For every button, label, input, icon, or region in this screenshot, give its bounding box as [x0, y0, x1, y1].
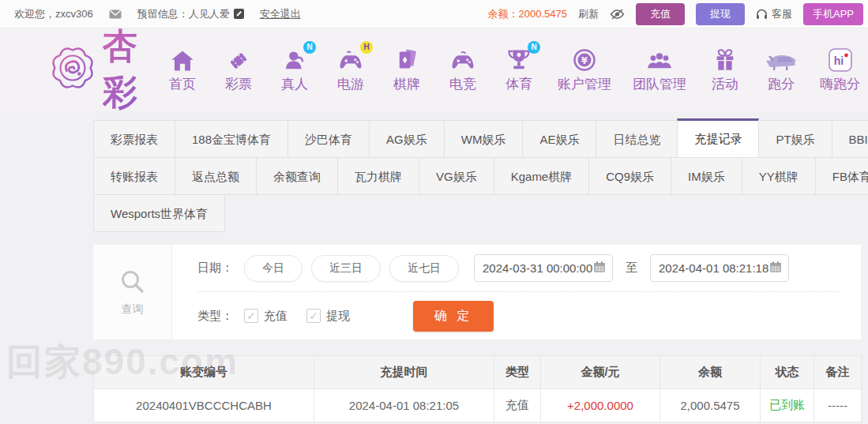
tab-row-2: 转账报表 返点总额 余额查询 瓦力棋牌 VG娱乐 Kgame棋牌 CQ9娱乐 I… [93, 157, 861, 195]
nav-item-esports[interactable]: 电竞 [445, 47, 480, 93]
logo-emblem-icon [49, 44, 96, 95]
recharge-button[interactable]: 充值 [636, 3, 685, 25]
mobile-app-button[interactable]: 手机APP [803, 3, 863, 25]
badge-n: N [303, 41, 316, 54]
reserved-message: 预留信息：人见人爱 [137, 7, 230, 21]
nav-item-egames[interactable]: H 电游 [333, 47, 368, 93]
table-row: 20240401VBCCCHCABH 2024-04-01 08:21:05 充… [94, 389, 862, 422]
tab-im-casino[interactable]: IM娱乐 [671, 157, 742, 195]
tab-transfer-report[interactable]: 转账报表 [93, 157, 175, 195]
site-header: 杏彩 首页 彩票 N 真人 H 电游 [0, 28, 868, 111]
tab-yy-cards[interactable]: YY棋牌 [742, 157, 816, 195]
cell-status: 已到账 [761, 389, 814, 422]
nav-item-team-management[interactable]: 团队管理 [633, 47, 686, 93]
calendar-icon[interactable] [593, 261, 606, 276]
quick-7days-button[interactable]: 近七日 [389, 255, 459, 282]
tab-fb-sports[interactable]: FB体育 [815, 157, 868, 195]
gamepad-icon: H [338, 47, 363, 72]
query-label: 查询 [122, 302, 144, 317]
tab-pt[interactable]: PT娱乐 [758, 120, 832, 158]
withdraw-checkbox[interactable]: ✓ 提现 [306, 309, 350, 324]
esports-gamepad-icon [450, 47, 475, 72]
tab-wali-cards[interactable]: 瓦力棋牌 [337, 157, 419, 195]
nav-item-live-casino[interactable]: N 真人 [277, 47, 312, 93]
coin-icon: ¥ [573, 47, 596, 72]
tab-lottery-report[interactable]: 彩票报表 [93, 120, 175, 158]
tab-row-1: 彩票报表 188金宝博体育 沙巴体育 AG娱乐 WM娱乐 AE娱乐 日结总览 充… [93, 120, 861, 158]
logout-link[interactable]: 安全退出 [260, 7, 301, 21]
nav-item-hi-paofen[interactable]: hi 嗨跑分 [820, 47, 860, 93]
nav-item-paofen[interactable]: 跑分 [764, 47, 798, 93]
eye-off-icon[interactable] [610, 9, 625, 20]
nav-item-promotions[interactable]: 活动 [708, 47, 742, 93]
refresh-link[interactable]: 刷新 [578, 7, 599, 21]
trophy-icon: N [507, 47, 531, 72]
headset-icon [756, 9, 768, 20]
nav-item-sports[interactable]: N 体育 [502, 47, 536, 93]
recharge-checkbox[interactable]: ✓ 充值 [244, 309, 287, 324]
ticket-icon [227, 47, 250, 72]
cell-type: 充值 [494, 389, 541, 422]
tab-wm[interactable]: WM娱乐 [444, 120, 524, 158]
tab-recharge-records[interactable]: 充提记录 [677, 118, 759, 158]
tab-188-sports[interactable]: 188金宝博体育 [175, 120, 288, 158]
tab-daily-overview[interactable]: 日结总览 [596, 120, 678, 158]
badge-h: H [360, 41, 373, 54]
header-balance: 余额 [660, 356, 761, 389]
table-header-row: 账变编号 充提时间 类型 金额/元 余额 状态 备注 [94, 356, 862, 389]
confirm-button[interactable]: 确 定 [413, 301, 494, 332]
withdraw-checkbox-label: 提现 [326, 309, 350, 324]
recharge-checkbox-label: 充值 [264, 309, 287, 324]
tab-saba-sports[interactable]: 沙巴体育 [287, 120, 370, 158]
home-icon [171, 47, 194, 72]
nav-item-lottery[interactable]: 彩票 [221, 47, 256, 93]
svg-text:¥: ¥ [581, 55, 588, 66]
edit-icon[interactable] [234, 9, 244, 19]
cell-remark: ----- [814, 389, 862, 422]
tab-balance-query[interactable]: 余额查询 [256, 157, 338, 195]
customer-service-label: 客服 [772, 7, 792, 21]
checkbox-check-icon: ✓ [306, 309, 321, 323]
tab-vg[interactable]: VG娱乐 [419, 157, 494, 195]
filter-panel: 查询 日期： 今日 近三日 近七日 2024-03-31 00:00:00 至 … [93, 245, 861, 340]
tab-cq9[interactable]: CQ9娱乐 [588, 157, 671, 195]
cell-change-id: 20240401VBCCCHCABH [94, 389, 314, 422]
cards-icon [396, 47, 418, 72]
date-label: 日期： [197, 261, 233, 276]
type-label: 类型： [197, 309, 233, 324]
welcome-text: 欢迎您，zxcv306 [14, 7, 93, 21]
rhino-icon [765, 47, 797, 72]
cell-time: 2024-04-01 08:21:05 [314, 389, 494, 422]
quick-today-button[interactable]: 今日 [244, 255, 302, 282]
date-to-input[interactable]: 2024-04-01 08:21:18 [650, 254, 789, 282]
badge-n: N [528, 41, 540, 54]
header-amount: 金额/元 [541, 356, 660, 389]
calendar-icon[interactable] [769, 261, 782, 276]
tab-bbin[interactable]: BBIN [832, 120, 868, 158]
search-icon [118, 268, 147, 299]
withdraw-button[interactable]: 提现 [696, 3, 745, 25]
nav-item-home[interactable]: 首页 [165, 47, 200, 93]
quick-3days-button[interactable]: 近三日 [311, 255, 381, 282]
live-dealer-icon: N [283, 47, 306, 72]
site-logo[interactable]: 杏彩 [49, 23, 152, 116]
gift-icon [714, 47, 736, 72]
logo-text: 杏彩 [103, 23, 152, 116]
report-tabs: 彩票报表 188金宝博体育 沙巴体育 AG娱乐 WM娱乐 AE娱乐 日结总览 充… [93, 120, 861, 232]
tab-wesports[interactable]: Wesports世界体育 [93, 194, 225, 232]
tab-kgame[interactable]: Kgame棋牌 [494, 157, 590, 195]
header-type: 类型 [494, 356, 541, 389]
team-icon [647, 47, 672, 72]
date-from-input[interactable]: 2024-03-31 00:00:00 [474, 254, 613, 282]
tab-rebate-total[interactable]: 返点总额 [175, 157, 257, 195]
customer-service[interactable]: 客服 [756, 7, 792, 21]
main-nav: 首页 彩票 N 真人 H 电游 棋牌 [165, 47, 860, 93]
checkbox-check-icon: ✓ [244, 309, 258, 323]
nav-item-cards[interactable]: 棋牌 [389, 47, 424, 93]
tab-ag[interactable]: AG娱乐 [369, 120, 445, 158]
cell-balance: 2,000.5475 [660, 389, 761, 422]
mail-icon[interactable] [109, 9, 122, 19]
nav-item-account-management[interactable]: ¥ 账户管理 [558, 47, 611, 93]
svg-text:hi: hi [833, 54, 843, 67]
tab-ae[interactable]: AE娱乐 [522, 120, 596, 158]
